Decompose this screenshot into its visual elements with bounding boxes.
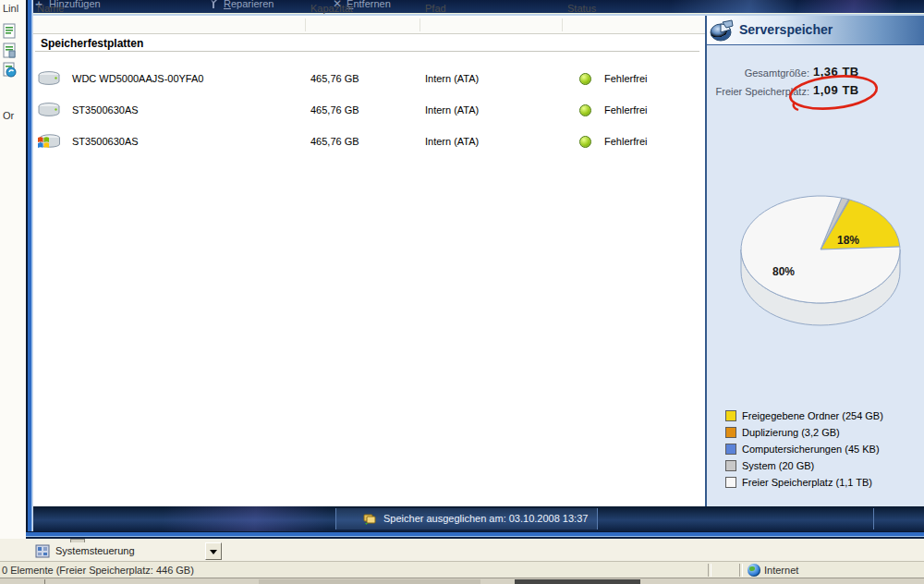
legend-item: Freier Speicherplatz (1,1 TB)	[725, 477, 872, 488]
disk-path: Intern (ATA)	[425, 73, 479, 84]
disk-path: Intern (ATA)	[425, 104, 479, 116]
disk-capacity: 465,76 GB	[310, 73, 359, 84]
hard-drive-windows-icon	[37, 132, 61, 151]
storage-pie-chart	[707, 189, 924, 350]
control-panel-combobox[interactable]: Systemsteuerung	[33, 542, 222, 561]
disk-path: Intern (ATA)	[425, 136, 479, 147]
disk-name: WDC WD5000AAJS-00YFA0	[72, 73, 203, 84]
column-separator	[419, 18, 420, 31]
pie-label-free: 80%	[772, 265, 795, 278]
background-window-left-strip: Linl Or	[0, 0, 26, 539]
status-separator	[873, 508, 874, 529]
combobox-dropdown-button[interactable]	[205, 542, 222, 560]
status-ok-icon	[579, 136, 591, 148]
free-space-value: 1,09 TB	[813, 83, 859, 97]
taskbar-edge-strip	[0, 578, 924, 584]
hard-drive-icon	[37, 101, 61, 119]
document-sync-icon[interactable]	[2, 62, 18, 78]
column-separator	[562, 18, 563, 31]
column-header-path[interactable]: Pfad	[425, 3, 446, 14]
legend-label: Freigegebene Ordner (254 GB)	[742, 410, 883, 421]
legend-label: System (20 GB)	[742, 460, 814, 471]
legend-swatch	[725, 444, 736, 455]
balance-folders-icon	[363, 512, 377, 525]
free-space-label: Freier Speicherplatz:	[647, 86, 809, 97]
legend-swatch	[725, 410, 736, 421]
column-header-row	[33, 17, 705, 34]
strip-segment-dark	[515, 579, 640, 584]
window-left-border	[26, 0, 33, 539]
internet-status-label: Internet	[764, 565, 798, 576]
legend-label: Computersicherungen (45 KB)	[742, 444, 880, 455]
legend-swatch	[725, 477, 736, 488]
strip-divider	[44, 579, 45, 584]
disk-name: ST3500630AS	[72, 136, 139, 147]
status-ok-icon	[579, 73, 591, 85]
items-status-text: 0 Elemente (Freier Speicherplatz: 446 GB…	[2, 565, 194, 576]
group-header: Speicherfestplatten	[41, 37, 143, 50]
group-underline	[35, 51, 699, 52]
column-header-status[interactable]: Status	[567, 3, 596, 14]
disk-capacity: 465,76 GB	[310, 104, 359, 116]
legend-label: Freier Speicherplatz (1,1 TB)	[742, 477, 872, 488]
bottom-status-bar: 0 Elemente (Freier Speicherplatz: 446 GB…	[0, 561, 924, 578]
balance-status-text: Speicher ausgeglichen am: 03.10.2008 13:…	[383, 513, 588, 524]
disk-name: ST3500630AS	[72, 104, 139, 116]
disk-status: Fehlerfrei	[604, 136, 647, 147]
repair-button[interactable]: Reparieren	[209, 0, 274, 12]
disk-status: Fehlerfrei	[604, 104, 647, 116]
console-status-bar: Speicher ausgeglichen am: 03.10.2008 13:…	[33, 506, 924, 531]
console-toolbar: ＋ Hinzufügen Reparieren ✕ Entfernen	[26, 0, 924, 13]
aurora-streak	[608, 0, 922, 13]
legend-item: Duplizierung (3,2 GB)	[725, 427, 840, 438]
combobox-value: Systemsteuerung	[55, 545, 135, 556]
column-header-capacity[interactable]: Kapazität	[310, 3, 353, 14]
legend-swatch	[725, 427, 736, 438]
column-separator	[305, 18, 306, 31]
total-size-value: 1,36 TB	[813, 65, 859, 79]
legend-item: Computersicherungen (45 KB)	[725, 444, 880, 455]
strip-segment	[259, 579, 480, 584]
status-groove	[708, 564, 711, 577]
legend-swatch	[725, 460, 736, 471]
ordner-label: Or	[3, 110, 26, 121]
links-label: Linl	[3, 3, 26, 14]
total-size-label: Gesamtgröße:	[647, 67, 809, 79]
pie-chart-icon	[708, 17, 736, 44]
legend-item: Freigegebene Ordner (254 GB)	[725, 410, 883, 421]
internet-globe-icon	[748, 564, 760, 577]
disk-capacity: 465,76 GB	[310, 136, 359, 147]
column-header-name[interactable]: Name	[37, 3, 64, 14]
window-bottom-border	[26, 531, 924, 539]
disk-status: Fehlerfrei	[604, 73, 647, 84]
legend-item: System (20 GB)	[725, 460, 814, 471]
wrench-icon	[209, 0, 219, 9]
status-groove	[739, 564, 743, 577]
legend-label: Duplizierung (3,2 GB)	[742, 427, 840, 438]
control-panel-icon	[35, 543, 51, 559]
status-ok-icon	[579, 104, 591, 116]
document-icon[interactable]	[2, 23, 18, 39]
document-fold-icon[interactable]	[2, 43, 18, 58]
panel-title: Serverspeicher	[739, 22, 833, 37]
hard-drive-icon	[37, 69, 61, 88]
disk-list-area	[33, 16, 705, 506]
pie-label-shared: 18%	[837, 234, 859, 247]
